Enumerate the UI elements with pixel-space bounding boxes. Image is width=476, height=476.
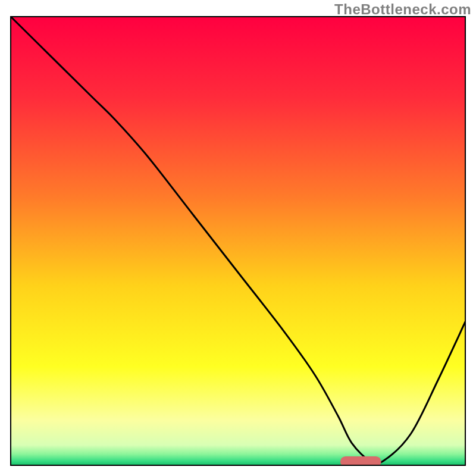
chart-svg <box>0 0 476 476</box>
watermark-text: TheBottleneck.com <box>334 1 471 18</box>
chart-stage: TheBottleneck.com <box>0 0 476 476</box>
